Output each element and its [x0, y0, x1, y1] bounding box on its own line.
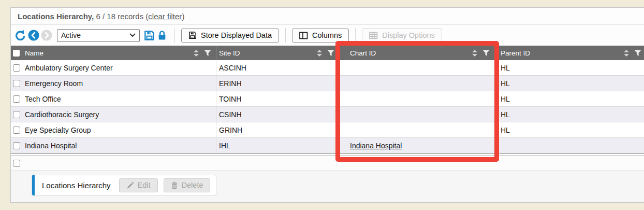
table-row[interactable]: Cardiothoracic Surgery CSINH HL: [11, 107, 644, 122]
sort-icon[interactable]: [472, 50, 477, 57]
table-row[interactable]: Eye Specialty Group GRINH HL: [11, 122, 644, 138]
paren-close: ): [182, 12, 184, 21]
cell-name: Eye Specialty Group: [22, 122, 216, 137]
selection-panel-title: Locations Hierarchy: [42, 181, 111, 190]
locations-hierarchy-panel: Locations Hierarchy, 6 / 18 records (cle…: [10, 7, 644, 203]
page-title: Locations Hierarchy,: [18, 12, 94, 21]
cell-chart-id: [340, 91, 495, 106]
store-displayed-data-label: Store Displayed Data: [201, 31, 272, 39]
filter-icon[interactable]: [204, 50, 211, 57]
table-row[interactable]: Indiana Hospital IHL Indiana Hospital: [11, 138, 644, 153]
cell-chart-id: [340, 122, 495, 137]
cell-parent-id: HL: [495, 76, 644, 91]
lock-icon: [157, 30, 167, 40]
display-options-label: Display Options: [382, 31, 435, 39]
cell-name: Indiana Hospital: [22, 138, 216, 153]
sort-icon[interactable]: [624, 50, 629, 57]
status-filter-select[interactable]: Active: [57, 29, 140, 42]
column-header-parent-id-label: Parent ID: [501, 49, 530, 57]
cell-site-id: TOINH: [216, 91, 340, 106]
selection-action-panel: Locations Hierarchy Edit Delete: [32, 175, 216, 195]
display-options-icon: [369, 32, 378, 39]
empty-footer-row: [11, 156, 644, 171]
delete-label: Delete: [182, 181, 203, 189]
save-icon: [188, 31, 197, 39]
sort-icon[interactable]: [317, 50, 322, 57]
cell-chart-id: [340, 60, 495, 75]
footer-bar: Locations Hierarchy Edit Delete: [11, 171, 644, 202]
cell-name: Cardiothoracic Surgery: [22, 107, 216, 122]
cell-site-id: GRINH: [216, 122, 340, 137]
cell-chart-id: [340, 76, 495, 91]
row-checkbox[interactable]: [13, 80, 20, 87]
toolbar: Active: [11, 25, 644, 46]
cell-parent-id: HL: [495, 107, 644, 122]
cell-parent-id: HL: [495, 60, 644, 75]
cell-chart-id: Indiana Hospital: [340, 138, 495, 153]
cell-chart-id: [340, 107, 495, 122]
filter-icon[interactable]: [634, 50, 641, 57]
column-header-chart-id[interactable]: Chart ID: [340, 46, 495, 60]
panel-titlebar: Locations Hierarchy, 6 / 18 records (cle…: [11, 8, 644, 25]
edit-label: Edit: [138, 181, 151, 189]
lock-view-button[interactable]: [157, 30, 167, 40]
back-icon: [28, 30, 39, 41]
cell-site-id: IHL: [216, 138, 340, 153]
column-header-site-id-label: Site ID: [219, 49, 240, 57]
row-checkbox[interactable]: [13, 64, 20, 72]
table-row[interactable]: Ambulatory Surgery Center ASCINH HL: [11, 60, 644, 76]
undo-icon: [14, 30, 26, 41]
display-options-button[interactable]: Display Options: [362, 29, 442, 43]
column-header-chart-id-label: Chart ID: [350, 49, 376, 57]
forward-icon: [41, 30, 52, 41]
toolbar-divider: [285, 28, 286, 43]
cell-site-id: ERINH: [216, 76, 340, 91]
cell-site-id: ASCINH: [216, 60, 340, 75]
accent-bar: [32, 175, 35, 195]
table-row[interactable]: Tech Office TOINH HL: [11, 91, 644, 107]
table-header-row: Name Site ID Chart ID Parent ID: [11, 46, 644, 60]
status-filter-value: Active: [61, 31, 81, 39]
edit-button[interactable]: Edit: [119, 178, 158, 192]
columns-icon: [299, 32, 308, 39]
select-all-checkbox[interactable]: [13, 50, 20, 57]
chart-id-link[interactable]: Indiana Hospital: [350, 142, 402, 150]
cell-parent-id: HL: [495, 122, 644, 137]
delete-button[interactable]: Delete: [164, 178, 211, 192]
store-displayed-data-button[interactable]: Store Displayed Data: [181, 29, 279, 43]
cell-name: Emergency Room: [22, 76, 216, 91]
column-header-name-label: Name: [25, 49, 43, 57]
toolbar-divider: [355, 28, 356, 43]
select-all-cell: [11, 46, 22, 60]
filter-icon[interactable]: [327, 50, 334, 57]
toolbar-divider: [174, 28, 175, 43]
pencil-icon: [126, 181, 134, 189]
cell-parent-id: [495, 138, 644, 153]
row-checkbox[interactable]: [13, 160, 20, 167]
columns-button[interactable]: Columns: [292, 29, 349, 43]
row-checkbox[interactable]: [13, 111, 20, 118]
column-header-parent-id[interactable]: Parent ID: [495, 46, 644, 60]
chevron-down-icon: [129, 33, 136, 37]
cell-site-id: CSINH: [216, 107, 340, 122]
clear-filter-link[interactable]: clear filter: [148, 12, 182, 21]
save-icon: [144, 30, 155, 41]
row-checkbox[interactable]: [13, 95, 20, 103]
table-row[interactable]: Emergency Room ERINH HL: [11, 76, 644, 91]
save-view-button[interactable]: [144, 30, 155, 41]
sort-icon[interactable]: [194, 50, 199, 57]
trash-icon: [171, 181, 178, 189]
undo-button[interactable]: [14, 30, 26, 41]
columns-label: Columns: [312, 31, 342, 39]
filter-icon[interactable]: [482, 50, 490, 57]
column-header-site-id[interactable]: Site ID: [216, 46, 340, 60]
forward-button[interactable]: [41, 30, 52, 41]
cell-name: Ambulatory Surgery Center: [22, 60, 216, 75]
row-checkbox[interactable]: [13, 127, 20, 134]
cell-name: Tech Office: [22, 91, 216, 106]
back-button[interactable]: [28, 30, 39, 41]
row-checkbox[interactable]: [13, 142, 20, 149]
records-count: 6 / 18 records: [94, 12, 145, 21]
column-header-name[interactable]: Name: [22, 46, 216, 60]
cell-parent-id: HL: [495, 91, 644, 106]
